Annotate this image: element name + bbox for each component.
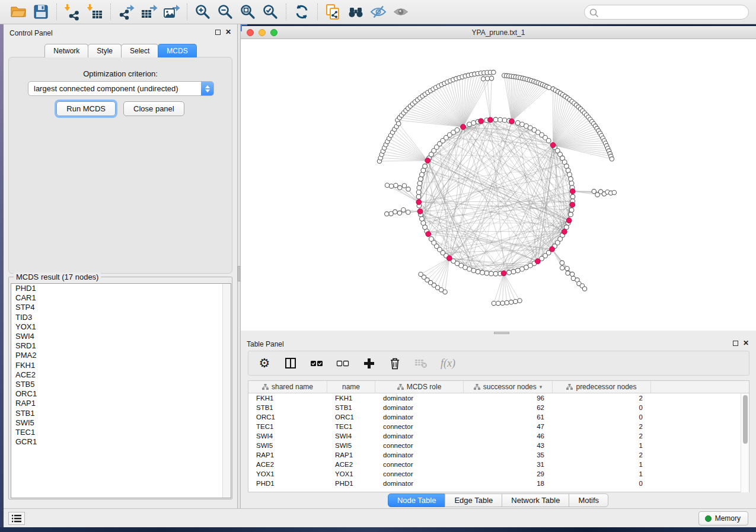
mcds-result-item[interactable]: TEC1: [11, 428, 231, 437]
network-graph[interactable]: [241, 39, 756, 331]
memory-button[interactable]: Memory: [698, 511, 748, 525]
run-mcds-button[interactable]: Run MCDS: [56, 101, 116, 116]
float-panel-icon[interactable]: [733, 341, 738, 346]
table-row[interactable]: YOX1YOX1connector291: [248, 469, 741, 479]
status-bar: Memory: [4, 508, 756, 527]
mcds-result-item[interactable]: FKH1: [11, 361, 231, 370]
show-panels-eye-icon[interactable]: [390, 2, 412, 22]
hide-panels-eye-slash-icon[interactable]: [367, 2, 390, 22]
zoom-in-icon[interactable]: [192, 2, 214, 22]
table-row[interactable]: PHD1PHD1dominator180: [248, 479, 741, 488]
optimization-criterion-label: Optimization criterion:: [9, 69, 232, 78]
export-network-icon[interactable]: [115, 2, 138, 22]
float-panel-icon[interactable]: [215, 30, 221, 35]
mcds-result-item[interactable]: PHD1: [11, 284, 231, 293]
table-row[interactable]: SWI4SWI4dominator462: [248, 431, 741, 441]
table-cell: 62: [464, 403, 553, 412]
zoom-out-icon[interactable]: [214, 2, 237, 22]
tab-edge-table[interactable]: Edge Table: [445, 493, 502, 507]
table-cell: connector: [375, 469, 464, 479]
splitter-handle[interactable]: [238, 266, 240, 281]
mcds-result-item[interactable]: STB1: [11, 409, 231, 418]
table-row[interactable]: ORC1ORC1dominator610: [248, 412, 741, 422]
zoom-fit-icon[interactable]: [237, 2, 259, 22]
horizontal-splitter[interactable]: [241, 331, 756, 335]
column-header-MCDS-role[interactable]: MCDS role: [375, 381, 464, 393]
duplicate-network-icon[interactable]: [322, 2, 344, 22]
mcds-result-item[interactable]: SWI4: [11, 332, 231, 341]
mcds-result-list[interactable]: PHD1CAR1STP4TID3YOX1SWI4SRD1PMA2FKH1ACE2…: [11, 283, 231, 498]
mcds-result-item[interactable]: YOX1: [11, 322, 231, 332]
tab-mcds[interactable]: MCDS: [158, 44, 196, 57]
close-panel-icon[interactable]: ✕: [225, 29, 231, 35]
table-row[interactable]: STB1STB1dominator620: [248, 403, 741, 412]
table-row[interactable]: RAP1RAP1dominator352: [248, 450, 741, 460]
dropdown-selected-value: largest connected component (undirected): [28, 84, 201, 93]
deselect-all-icon[interactable]: [336, 355, 349, 371]
export-image-icon[interactable]: [160, 2, 183, 22]
delete-column-trash-icon[interactable]: [388, 355, 401, 371]
column-header-predecessor-nodes[interactable]: predecessor nodes: [553, 381, 651, 393]
search-container: [584, 5, 749, 20]
export-table-icon[interactable]: [138, 2, 160, 22]
tab-motifs[interactable]: Motifs: [569, 493, 608, 507]
mcds-result-item[interactable]: SWI5: [11, 418, 231, 428]
mcds-result-item[interactable]: ACE2: [11, 370, 231, 380]
mcds-result-item[interactable]: SRD1: [11, 341, 231, 351]
splitter-handle[interactable]: [494, 332, 509, 334]
open-file-icon[interactable]: [7, 2, 30, 22]
tab-node-table[interactable]: Node Table: [388, 493, 446, 507]
import-network-icon[interactable]: [61, 2, 84, 22]
mcds-result-title: MCDS result (17 nodes): [14, 273, 101, 281]
add-column-plus-icon[interactable]: [362, 355, 375, 371]
table-row[interactable]: TEC1TEC1connector472: [248, 422, 741, 431]
split-table-columns-icon[interactable]: [284, 355, 297, 371]
tab-network[interactable]: Network: [44, 44, 88, 57]
network-view-title: YPA_prune.txt_1: [241, 28, 756, 37]
mcds-result-item[interactable]: CAR1: [11, 293, 231, 303]
table-row[interactable]: ACE2ACE2connector311: [248, 460, 741, 469]
dropdown-stepper-icon[interactable]: [201, 82, 213, 95]
mcds-list-scrollbar[interactable]: [222, 284, 231, 498]
close-panel-button[interactable]: Close panel: [123, 101, 184, 116]
tab-network-table[interactable]: Network Table: [502, 493, 569, 507]
table-cell: connector: [375, 460, 464, 469]
column-label: MCDS role: [407, 383, 442, 391]
network-canvas[interactable]: [241, 39, 756, 331]
search-input[interactable]: [584, 5, 749, 20]
tab-style[interactable]: Style: [88, 44, 122, 57]
table-scrollbar[interactable]: [741, 393, 749, 492]
table-cell: 43: [464, 441, 553, 450]
mcds-result-item[interactable]: ORC1: [11, 389, 231, 399]
zoom-selected-icon[interactable]: [259, 2, 282, 22]
mcds-result-item[interactable]: PMA2: [11, 351, 231, 360]
mcds-result-item[interactable]: TID3: [11, 313, 231, 322]
network-view-titlebar[interactable]: YPA_prune.txt_1: [241, 26, 756, 39]
task-history-button[interactable]: [8, 512, 25, 525]
mcds-result-item[interactable]: RAP1: [11, 399, 231, 408]
mcds-result-item[interactable]: STB5: [11, 380, 231, 389]
table-settings-gear-icon[interactable]: ⚙: [258, 355, 271, 371]
refresh-icon[interactable]: [291, 2, 313, 22]
table-toolbar: ⚙ f(x): [248, 351, 749, 376]
table-row[interactable]: SWI5SWI5connector431: [248, 441, 741, 450]
column-header-name[interactable]: name: [327, 381, 375, 393]
optimization-criterion-dropdown[interactable]: largest connected component (undirected): [28, 81, 214, 96]
table-panel-title: Table Panel: [247, 340, 284, 348]
scrollbar-thumb[interactable]: [743, 395, 748, 444]
toolbar-separator: [110, 4, 111, 20]
save-session-icon[interactable]: [30, 2, 52, 22]
import-table-icon[interactable]: [84, 2, 106, 22]
table-cell: 61: [464, 412, 553, 422]
table-row[interactable]: FKH1FKH1dominator962: [248, 393, 741, 403]
close-panel-icon[interactable]: ✕: [743, 340, 749, 346]
mcds-result-item[interactable]: GCR1: [11, 437, 231, 447]
table-cell: PHD1: [327, 479, 375, 488]
column-header-shared-name[interactable]: shared name: [248, 381, 327, 393]
tab-select[interactable]: Select: [121, 44, 158, 57]
column-header-successor-nodes[interactable]: successor nodes▾: [464, 381, 553, 393]
mcds-result-item[interactable]: STP4: [11, 303, 231, 312]
select-all-icon[interactable]: [310, 355, 323, 371]
find-binoculars-icon[interactable]: [344, 2, 367, 22]
column-type-icon: [262, 384, 269, 390]
